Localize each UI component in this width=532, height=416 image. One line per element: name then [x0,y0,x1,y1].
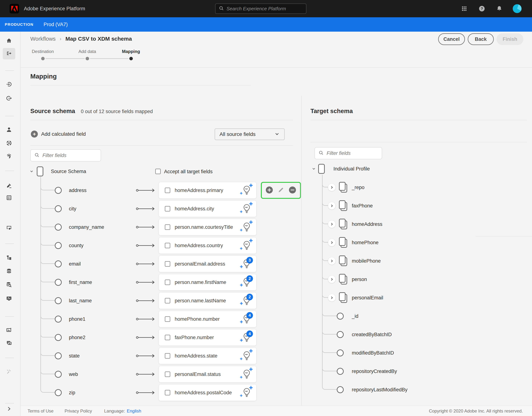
sidebar-item-queries[interactable] [4,279,14,290]
target-root-expander[interactable] [311,166,316,172]
leaf-node-icon[interactable] [337,368,344,375]
leaf-node-icon[interactable] [337,313,344,320]
sidebar-item-identities[interactable] [4,151,14,161]
source-root-node-icon[interactable] [37,167,43,176]
global-search[interactable] [215,3,306,14]
target-field-checkbox[interactable] [165,390,170,396]
suggestion-lightbulb-icon[interactable] [242,377,251,381]
suggestion-count-badge[interactable]: 3 [246,257,253,264]
source-field-node[interactable] [55,242,62,249]
expand-node-button[interactable] [328,257,335,265]
target-field-box[interactable]: personalEmail.status [159,366,256,382]
cancel-button[interactable]: Cancel [438,33,465,45]
sidebar-item-app-settings[interactable] [4,223,14,233]
source-field-node[interactable] [55,352,62,359]
sidebar-item-sources[interactable] [4,79,14,90]
object-node-icon[interactable] [339,256,349,267]
expand-node-button[interactable] [328,294,335,301]
sidebar-item-tools[interactable] [4,366,14,377]
object-node-icon[interactable] [339,237,349,248]
source-filter-field[interactable] [30,149,101,161]
source-field-node[interactable] [55,334,62,341]
target-field-checkbox[interactable] [165,371,170,377]
source-field-node[interactable] [55,297,62,304]
expand-node-button[interactable] [328,276,335,283]
suggestion-lightbulb-icon[interactable] [242,286,251,289]
sidebar-item-home[interactable] [4,36,14,46]
suggestion-lightbulb-icon[interactable] [242,322,251,326]
target-field-checkbox[interactable] [165,224,170,230]
target-root-node-icon[interactable] [318,164,325,174]
target-field-box[interactable]: homeAddress.state [159,348,256,364]
user-avatar[interactable] [513,4,522,13]
suggestion-lightbulb-icon[interactable] [242,341,251,344]
source-field-node[interactable] [55,187,62,194]
add-calculated-field-button[interactable]: + Add calculated field [31,130,86,138]
expand-node-button[interactable] [328,239,335,246]
target-field-box[interactable]: homeAddress.country [159,238,256,254]
remove-mapping-button[interactable] [289,186,296,195]
suggestion-count-badge[interactable]: 4 [246,330,253,337]
adobe-logo-icon[interactable] [10,4,19,13]
target-filter-input[interactable] [327,150,378,156]
target-field-checkbox[interactable] [165,335,170,340]
expand-node-button[interactable] [328,220,335,228]
accept-all-checkbox[interactable] [155,169,161,174]
object-node-icon[interactable] [339,292,349,304]
suggestion-lightbulb-icon[interactable] [242,396,251,399]
add-mapping-button[interactable] [266,186,273,195]
step-mapping[interactable]: Mapping [111,49,151,54]
object-node-icon[interactable] [339,219,349,230]
sidebar-item-offers[interactable] [4,325,14,336]
target-field-checkbox[interactable] [165,298,170,303]
object-node-icon[interactable] [339,274,349,285]
source-field-node[interactable] [55,279,62,286]
suggestion-lightbulb-icon[interactable] [242,212,251,215]
target-field-box[interactable]: person.name.firstName 2 [159,274,256,290]
target-field-box[interactable]: homePhone.number 4 [159,311,256,327]
source-filter-input[interactable] [42,153,97,158]
suggestion-lightbulb-icon[interactable] [242,267,251,270]
target-field-checkbox[interactable] [165,243,170,248]
suggestion-lightbulb-icon[interactable] [242,359,251,362]
suggestion-lightbulb-icon[interactable] [242,194,251,197]
source-root-expander[interactable] [29,169,34,175]
source-fields-dropdown[interactable]: All source fields [215,128,285,140]
target-field-box[interactable]: faxPhone.number 4 [159,329,256,346]
edit-mapping-button[interactable] [278,187,284,194]
source-field-node[interactable] [55,205,62,212]
leaf-node-icon[interactable] [337,331,344,338]
sidebar-item-workflows[interactable] [4,48,14,59]
notifications-bell-icon[interactable] [495,4,504,13]
source-field-node[interactable] [55,371,62,378]
target-field-checkbox[interactable] [165,188,170,193]
apps-grid-icon[interactable] [460,4,469,13]
sidebar-item-audiences[interactable] [4,138,14,149]
language-value-link[interactable]: English [127,408,141,414]
target-field-checkbox[interactable] [165,353,170,359]
suggestion-count-badge[interactable]: 4 [246,312,253,319]
object-node-icon[interactable] [339,182,349,193]
target-field-checkbox[interactable] [165,261,170,267]
source-field-node[interactable] [55,316,62,323]
source-field-node[interactable] [55,224,62,231]
leaf-node-icon[interactable] [337,349,344,357]
target-field-checkbox[interactable] [165,206,170,211]
terms-of-use-link[interactable]: Terms of Use [28,408,53,414]
help-icon[interactable]: ? [477,4,486,13]
target-field-box[interactable]: personalEmail.address 3 [159,256,256,272]
target-field-box[interactable]: homeAddress.city [159,201,256,217]
sidebar-item-monitoring[interactable] [4,294,14,304]
suggestion-lightbulb-icon[interactable] [242,249,251,252]
step-destination[interactable]: Destination [23,49,63,54]
sidebar-item-collections[interactable] [4,338,14,349]
sidebar-item-expand[interactable] [4,404,14,415]
search-input[interactable] [227,6,303,12]
step-add-data[interactable]: Add data [67,49,107,54]
privacy-policy-link[interactable]: Privacy Policy [65,408,92,414]
target-field-box[interactable]: person.name.lastName 2 [159,293,256,309]
back-button[interactable]: Back [468,33,494,45]
suggestion-lightbulb-icon[interactable] [242,230,251,234]
source-field-node[interactable] [55,260,62,267]
suggestion-count-badge[interactable]: 2 [246,275,253,282]
